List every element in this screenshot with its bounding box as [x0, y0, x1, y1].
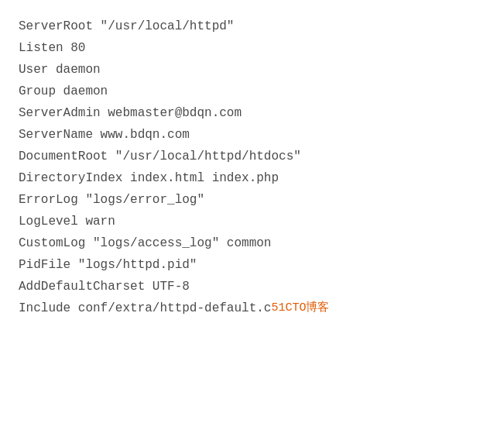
code-line-12: PidFile "logs/httpd.pid"	[19, 254, 485, 276]
code-line-6: ServerName www.bdqn.com	[19, 124, 485, 146]
watermark-inline: 51CTO博客	[271, 298, 329, 318]
code-line-2: Listen 80	[19, 37, 485, 59]
code-line-10: LogLevel warn	[19, 211, 485, 232]
code-line-8: DirectoryIndex index.html index.php	[19, 167, 485, 189]
last-line-text: Include conf/extra/httpd-default.c	[19, 297, 271, 319]
code-line-3: User daemon	[19, 59, 485, 81]
code-container: ServerRoot "/usr/local/httpd" Listen 80 …	[0, 0, 504, 447]
code-line-13: AddDefaultCharset UTF-8	[19, 276, 485, 297]
code-line-1: ServerRoot "/usr/local/httpd"	[19, 15, 485, 37]
code-line-5: ServerAdmin webmaster@bdqn.com	[19, 102, 485, 124]
code-line-4: Group daemon	[19, 81, 485, 102]
code-line-9: ErrorLog "logs/error_log"	[19, 189, 485, 211]
code-line-7: DocumentRoot "/usr/local/httpd/htdocs"	[19, 146, 485, 167]
code-line-11: CustomLog "logs/access_log" common	[19, 232, 485, 254]
last-line-container: Include conf/extra/httpd-default.c51CTO博…	[19, 297, 485, 319]
